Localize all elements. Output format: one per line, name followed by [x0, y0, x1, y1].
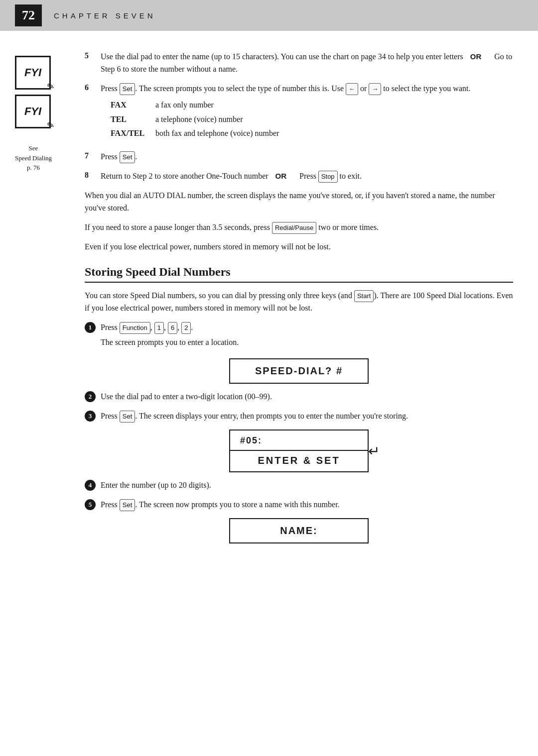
key-6: 6: [168, 322, 177, 334]
note-autodial-text: When you dial an AUTO DIAL number, the s…: [85, 191, 495, 212]
lcd-name: NAME:: [229, 518, 369, 543]
fyi-box-1: FYI ✏: [15, 56, 51, 90]
step-num-5: 5: [85, 51, 97, 60]
sub-step-1: 1 Press Function, 1, 6, 2. The screen pr…: [85, 322, 513, 351]
step-circle-3: 3: [85, 411, 96, 422]
step-6-body: Press Set. The screen prompts you to sel…: [101, 83, 513, 144]
step-circle-2: 2: [85, 391, 96, 402]
faxtel-desc: both fax and telephone (voice) number: [155, 127, 513, 140]
step-7-body: Press Set.: [101, 151, 513, 163]
fyi-label-2: FYI: [24, 105, 41, 118]
step-circle-5: 5: [85, 499, 96, 510]
step-num-7: 7: [85, 151, 97, 160]
fax-row: FAX a fax only number: [111, 99, 513, 111]
page-content: FYI ✏ FYI ✏ See Speed Dialing p. 76 5: [0, 31, 538, 570]
sub-step-5-body: Press Set. The screen now prompts you to…: [101, 499, 513, 511]
fyi-note-power-text: Even if you lose electrical power, numbe…: [85, 242, 331, 251]
section-desc: You can store Speed Dial numbers, so you…: [85, 290, 513, 315]
step-6: 6 Press Set. The screen prompts you to s…: [85, 83, 513, 144]
side-note: See Speed Dialing p. 76: [15, 143, 52, 173]
key-stop: Stop: [318, 171, 338, 183]
pencil-icon-2: ✏: [45, 119, 57, 132]
step-8: 8 Return to Step 2 to store another One-…: [85, 170, 513, 183]
key-arrow-left: ←: [346, 83, 358, 95]
sub-step-1-note: The screen prompts you to enter a locati…: [101, 336, 513, 349]
lcd-arrow-icon: ↵: [368, 442, 380, 459]
key-set-7: Set: [120, 151, 135, 163]
key-function: Function: [120, 322, 150, 334]
step-7: 7 Press Set.: [85, 151, 513, 163]
sub-step-3: 3 Press Set. The screen displays your en…: [85, 410, 513, 423]
key-set-5: Set: [120, 499, 135, 511]
tel-desc: a telephone (voice) number: [155, 113, 513, 126]
lcd-bottom-line: ENTER & SET: [230, 451, 368, 471]
step-circle-1: 1: [85, 322, 96, 333]
sub-step-4-body: Enter the number (up to 20 digits).: [101, 479, 513, 492]
fyi-label-1: FYI: [24, 66, 41, 79]
key-redial-pause: Redial/Pause: [272, 222, 316, 234]
sub-step-1-text: Press Function, 1, 6, 2.: [101, 322, 513, 334]
sub-step-2: 2 Use the dial pad to enter a two-digit …: [85, 391, 513, 403]
key-arrow-right: →: [369, 83, 381, 95]
note-autodial: When you dial an AUTO DIAL number, the s…: [85, 190, 513, 215]
side-note-see: See: [29, 144, 38, 152]
faxtel-label: FAX/TEL: [111, 127, 155, 140]
fax-desc: a fax only number: [155, 99, 513, 111]
sub-step-3-body: Press Set. The screen displays your entr…: [101, 410, 513, 423]
tel-label: TEL: [111, 113, 155, 126]
sub-step-2-body: Use the dial pad to enter a two-digit lo…: [101, 391, 513, 403]
key-start-desc: Start: [354, 290, 374, 302]
sub-step-1-body: Press Function, 1, 6, 2. The screen prom…: [101, 322, 513, 351]
main-content: 5 Use the dial pad to enter the name (up…: [85, 51, 538, 550]
fyi-note-power: Even if you lose electrical power, numbe…: [85, 241, 513, 253]
chapter-title: CHAPTER SEVEN: [54, 11, 156, 20]
step-5-body: Use the dial pad to enter the name (up t…: [101, 51, 513, 76]
lcd-speed-dial: SPEED-DIAL? #: [229, 358, 369, 384]
pencil-icon-1: ✏: [45, 80, 57, 94]
fyi-box-2: FYI ✏: [15, 95, 51, 128]
lcd-enter-set: #05: ENTER & SET: [229, 430, 369, 472]
sub-step-5: 5 Press Set. The screen now prompts you …: [85, 499, 513, 511]
fax-label: FAX: [111, 99, 155, 111]
key-set-6: Set: [120, 83, 135, 95]
key-set-3: Set: [120, 411, 135, 423]
tel-row: TEL a telephone (voice) number: [111, 113, 513, 126]
chapter-number: 72: [15, 4, 42, 26]
faxtel-row: FAX/TEL both fax and telephone (voice) n…: [111, 127, 513, 140]
or-label-5: OR: [470, 52, 482, 61]
fyi-note-pause: If you need to store a pause longer than…: [85, 221, 513, 234]
section-heading: Storing Speed Dial Numbers: [85, 265, 513, 283]
step-6-text: Press Set. The screen prompts you to sel…: [101, 83, 513, 95]
step-5-top: 5 Use the dial pad to enter the name (up…: [85, 51, 513, 76]
lcd-double-wrapper: #05: ENTER & SET ↵: [229, 430, 369, 472]
fyi-icons: FYI ✏ FYI ✏: [15, 56, 51, 128]
or-label-8: OR: [275, 172, 287, 180]
key-1: 1: [154, 322, 164, 334]
page-header: 72 CHAPTER SEVEN: [0, 0, 538, 31]
side-note-label: Speed Dialing: [15, 154, 52, 162]
side-note-page: p. 76: [27, 164, 40, 171]
lcd-top-line: #05:: [230, 431, 368, 451]
step-num-8: 8: [85, 171, 97, 180]
step-num-6: 6: [85, 83, 97, 92]
step-circle-4: 4: [85, 480, 96, 491]
sub-step-4: 4 Enter the number (up to 20 digits).: [85, 479, 513, 492]
key-2: 2: [181, 322, 191, 334]
step-5-text: Use the dial pad to enter the name (up t…: [101, 52, 512, 73]
page: 72 CHAPTER SEVEN FYI ✏ FYI ✏ See Speed D…: [0, 0, 538, 756]
fax-tel-table: FAX a fax only number TEL a telephone (v…: [111, 99, 513, 140]
step-8-body: Return to Step 2 to store another One-To…: [101, 170, 513, 183]
left-margin: FYI ✏ FYI ✏ See Speed Dialing p. 76: [0, 51, 85, 550]
